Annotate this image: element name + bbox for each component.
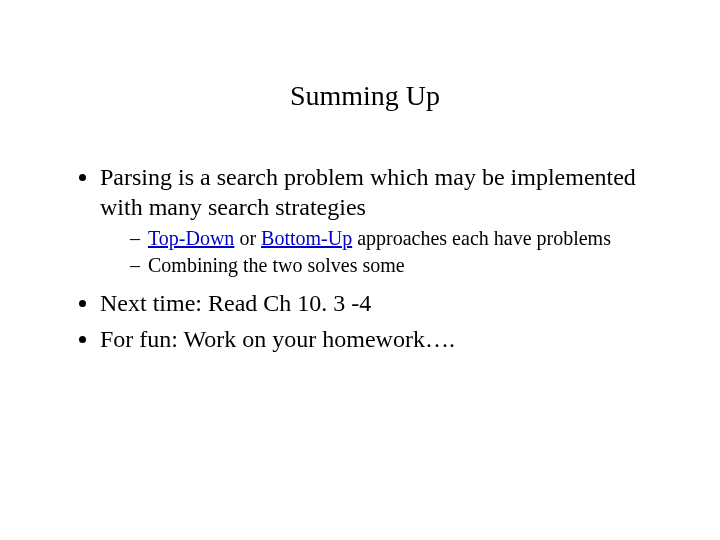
bullet-item: Next time: Read Ch 10. 3 -4 [100, 288, 660, 318]
bullet-text: Parsing is a search problem which may be… [100, 164, 636, 220]
bullet-list: Parsing is a search problem which may be… [70, 162, 660, 354]
text-fragment: or [234, 227, 261, 249]
sub-bullet-item: Top-Down or Bottom-Up approaches each ha… [130, 226, 660, 251]
bottom-up-link[interactable]: Bottom-Up [261, 227, 352, 249]
bullet-item: Parsing is a search problem which may be… [100, 162, 660, 278]
text-fragment: approaches each have problems [352, 227, 611, 249]
sub-bullet-item: Combining the two solves some [130, 253, 660, 278]
sub-bullet-list: Top-Down or Bottom-Up approaches each ha… [100, 226, 660, 278]
bullet-item: For fun: Work on your homework…. [100, 324, 660, 354]
slide: Summing Up Parsing is a search problem w… [0, 0, 720, 540]
top-down-link[interactable]: Top-Down [148, 227, 234, 249]
page-title: Summing Up [70, 80, 660, 112]
